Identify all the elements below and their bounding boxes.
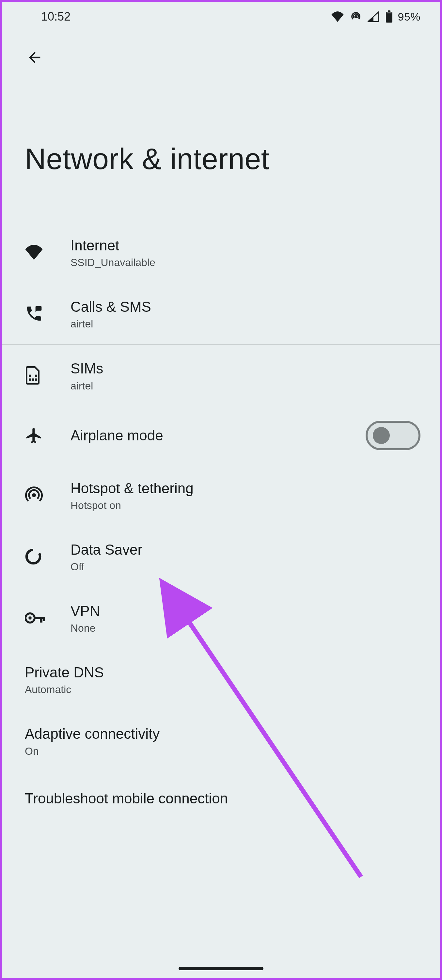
svg-rect-6 (32, 379, 34, 381)
row-title: Hotspot & tethering (70, 479, 427, 498)
row-title: Airplane mode (70, 426, 366, 445)
row-airplane-mode[interactable]: Airplane mode (2, 406, 440, 465)
phone-frame: 10:52 95% Network & internet In (0, 0, 442, 980)
svg-rect-1 (386, 12, 393, 22)
row-title: SIMs (70, 359, 427, 378)
svg-point-9 (32, 493, 36, 497)
gesture-nav-bar[interactable] (178, 967, 264, 970)
row-title: Internet (70, 236, 427, 255)
row-sims[interactable]: SIMs airtel (2, 345, 440, 406)
arrow-back-icon (26, 49, 43, 66)
page-title: Network & internet (2, 70, 440, 222)
row-subtitle: Hotspot on (70, 500, 427, 512)
svg-rect-2 (388, 10, 390, 12)
back-button[interactable] (22, 45, 48, 70)
row-internet[interactable]: Internet SSID_Unavailable (2, 222, 440, 283)
vpn-key-icon (25, 612, 46, 624)
svg-rect-15 (43, 617, 45, 621)
row-subtitle: SSID_Unavailable (70, 256, 427, 269)
airplane-icon (25, 426, 43, 445)
row-title: Calls & SMS (70, 298, 427, 316)
sim-card-icon (25, 366, 40, 385)
row-subtitle: On (25, 745, 427, 757)
row-subtitle: Off (70, 561, 427, 573)
row-subtitle: airtel (70, 380, 427, 392)
row-subtitle: airtel (70, 318, 427, 330)
data-saver-icon (25, 548, 42, 565)
battery-icon (385, 10, 393, 23)
row-private-dns[interactable]: Private DNS Automatic (2, 649, 440, 710)
row-troubleshoot-mobile[interactable]: Troubleshoot mobile connection (2, 772, 440, 811)
battery-percent: 95% (397, 10, 420, 23)
status-bar: 10:52 95% (2, 2, 440, 31)
status-time: 10:52 (41, 10, 70, 24)
row-title: Troubleshoot mobile connection (25, 789, 427, 808)
svg-rect-3 (387, 13, 392, 13)
svg-rect-8 (35, 375, 37, 377)
hotspot-status-icon (350, 11, 362, 22)
app-bar (2, 31, 440, 70)
row-subtitle: None (70, 622, 427, 634)
hotspot-icon (25, 486, 43, 504)
svg-point-12 (29, 616, 32, 620)
phone-sms-icon (25, 305, 43, 323)
row-adaptive-connectivity[interactable]: Adaptive connectivity On (2, 710, 440, 772)
row-title: Private DNS (25, 663, 427, 682)
row-vpn[interactable]: VPN None (2, 587, 440, 649)
row-hotspot-tethering[interactable]: Hotspot & tethering Hotspot on (2, 465, 440, 526)
cellular-signal-icon (367, 11, 379, 22)
row-subtitle: Automatic (25, 684, 427, 696)
row-calls-sms[interactable]: Calls & SMS airtel (2, 283, 440, 344)
svg-rect-7 (35, 379, 37, 381)
row-data-saver[interactable]: Data Saver Off (2, 526, 440, 587)
row-title: Data Saver (70, 540, 427, 559)
svg-rect-4 (29, 375, 31, 377)
airplane-mode-switch[interactable] (366, 421, 420, 450)
row-title: Adaptive connectivity (25, 724, 427, 743)
wifi-icon (331, 11, 344, 22)
svg-rect-14 (40, 617, 43, 622)
wifi-icon (25, 245, 43, 260)
settings-list: Internet SSID_Unavailable Calls & SMS ai… (2, 222, 440, 811)
svg-point-0 (355, 15, 358, 18)
row-title: VPN (70, 601, 427, 620)
svg-rect-5 (29, 379, 31, 381)
